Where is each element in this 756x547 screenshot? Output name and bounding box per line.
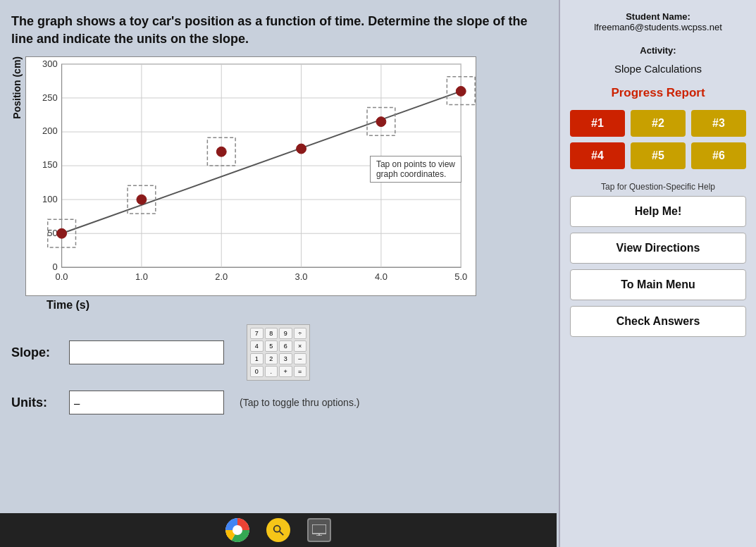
student-name-label: Student Name: [570, 11, 746, 22]
progress-btn-5[interactable]: #5 [631, 142, 686, 169]
x-axis-label: Time (s) [47, 299, 89, 312]
slope-label: Slope: [11, 345, 61, 360]
units-label: Units: [11, 395, 61, 410]
main-area: The graph shows a toy car's position as … [0, 0, 559, 547]
graph-svg: 0 50 100 150 200 250 300 0.0 1.0 2.0 3.0… [26, 57, 476, 295]
taskbar [0, 513, 557, 547]
calc-key-eq[interactable]: = [294, 366, 307, 377]
svg-point-41 [233, 525, 242, 535]
activity-value: Slope Calculations [570, 63, 746, 75]
calc-key-div[interactable]: ÷ [294, 328, 307, 339]
progress-btn-6[interactable]: #6 [691, 142, 746, 169]
svg-point-37 [297, 144, 306, 154]
units-hint: (Tap to toggle thru options.) [240, 397, 359, 408]
calc-key-6[interactable]: 6 [279, 340, 292, 352]
svg-text:5.0: 5.0 [454, 272, 467, 283]
svg-text:200: 200 [42, 126, 58, 137]
calc-key-2[interactable]: 2 [265, 353, 278, 364]
svg-text:0.0: 0.0 [56, 272, 68, 283]
svg-text:150: 150 [42, 159, 58, 170]
activity-label: Activity: [570, 45, 746, 56]
chrome-icon[interactable] [225, 518, 249, 542]
check-answers-button[interactable]: Check Answers [570, 306, 746, 337]
chart-area[interactable]: 0 50 100 150 200 250 300 0.0 1.0 2.0 3.0… [25, 56, 476, 296]
svg-point-38 [376, 117, 386, 127]
progress-btn-1[interactable]: #1 [570, 110, 625, 137]
search-icon[interactable] [266, 518, 290, 542]
bottom-section: Slope: 7 8 9 ÷ 4 5 6 × 1 2 3 – 0 . + = [11, 324, 547, 414]
right-panel: Student Name: lfreeman6@students.wcpss.n… [559, 0, 756, 547]
progress-title: Progress Report [570, 86, 746, 100]
svg-text:250: 250 [42, 92, 58, 103]
svg-text:1.0: 1.0 [135, 272, 148, 283]
calc-key-8[interactable]: 8 [265, 328, 278, 339]
svg-text:50: 50 [47, 228, 57, 238]
svg-point-34 [57, 229, 67, 239]
view-directions-button[interactable]: View Directions [570, 233, 746, 264]
svg-text:100: 100 [42, 194, 58, 204]
to-main-menu-button[interactable]: To Main Menu [570, 269, 746, 300]
y-axis-label: Position (cm) [11, 56, 23, 119]
help-me-button[interactable]: Help Me! [570, 196, 746, 227]
calc-key-9[interactable]: 9 [279, 328, 292, 339]
units-row: Units: (Tap to toggle thru options.) [11, 391, 547, 414]
calc-key-sub[interactable]: – [294, 353, 307, 364]
svg-text:2.0: 2.0 [215, 272, 228, 283]
svg-rect-44 [312, 524, 326, 534]
student-name-value: lfreeman6@students.wcpss.net [570, 22, 746, 32]
help-hint: Tap for Question-Specific Help [570, 182, 746, 192]
calculator[interactable]: 7 8 9 ÷ 4 5 6 × 1 2 3 – 0 . + = [247, 324, 310, 381]
units-input[interactable] [69, 391, 224, 414]
calc-key-add[interactable]: + [279, 366, 292, 377]
screen-icon[interactable] [307, 518, 331, 542]
student-info: Student Name: lfreeman6@students.wcpss.n… [570, 11, 746, 32]
calc-key-mul[interactable]: × [294, 340, 307, 352]
svg-point-35 [137, 195, 147, 205]
progress-grid: #1 #2 #3 #4 #5 #6 [570, 110, 746, 169]
svg-point-39 [456, 87, 466, 97]
calc-key-3[interactable]: 3 [279, 353, 292, 364]
slope-row: Slope: 7 8 9 ÷ 4 5 6 × 1 2 3 – 0 . + = [11, 324, 547, 381]
progress-btn-3[interactable]: #3 [691, 110, 746, 137]
calc-key-1[interactable]: 1 [250, 353, 264, 364]
calc-key-5[interactable]: 5 [265, 340, 278, 352]
slope-input[interactable] [69, 340, 224, 364]
calc-key-7[interactable]: 7 [250, 328, 264, 339]
calc-key-0[interactable]: 0 [250, 366, 264, 377]
svg-text:300: 300 [42, 59, 58, 69]
svg-text:4.0: 4.0 [375, 272, 388, 283]
progress-btn-2[interactable]: #2 [631, 110, 686, 137]
progress-btn-4[interactable]: #4 [570, 142, 625, 169]
calc-key-dot[interactable]: . [265, 366, 278, 377]
svg-point-42 [274, 526, 280, 532]
calc-key-4[interactable]: 4 [250, 340, 264, 352]
svg-text:0: 0 [52, 262, 57, 273]
svg-point-36 [216, 147, 226, 157]
help-section: Tap for Question-Specific Help Help Me! … [570, 182, 746, 343]
svg-line-43 [280, 531, 283, 535]
problem-text: The graph shows a toy car's position as … [11, 13, 547, 48]
svg-text:3.0: 3.0 [295, 272, 308, 283]
graph-container: Position (cm) [11, 56, 547, 312]
